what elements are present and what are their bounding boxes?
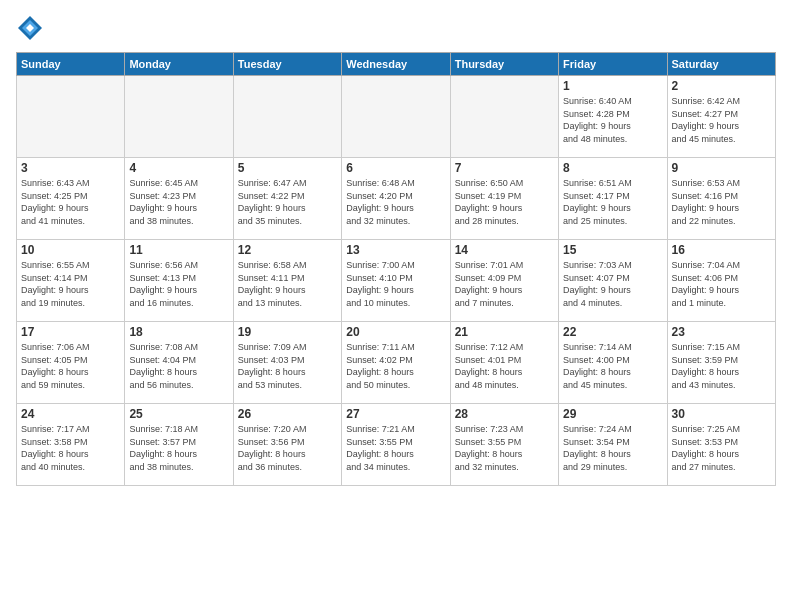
day-info: Sunrise: 6:40 AM Sunset: 4:28 PM Dayligh…	[563, 95, 662, 145]
day-info: Sunrise: 7:23 AM Sunset: 3:55 PM Dayligh…	[455, 423, 554, 473]
calendar-cell: 21Sunrise: 7:12 AM Sunset: 4:01 PM Dayli…	[450, 322, 558, 404]
day-number: 22	[563, 325, 662, 339]
calendar-cell: 4Sunrise: 6:45 AM Sunset: 4:23 PM Daylig…	[125, 158, 233, 240]
day-info: Sunrise: 7:21 AM Sunset: 3:55 PM Dayligh…	[346, 423, 445, 473]
day-number: 15	[563, 243, 662, 257]
calendar-cell: 5Sunrise: 6:47 AM Sunset: 4:22 PM Daylig…	[233, 158, 341, 240]
day-info: Sunrise: 7:12 AM Sunset: 4:01 PM Dayligh…	[455, 341, 554, 391]
day-number: 24	[21, 407, 120, 421]
calendar-cell: 11Sunrise: 6:56 AM Sunset: 4:13 PM Dayli…	[125, 240, 233, 322]
day-info: Sunrise: 6:47 AM Sunset: 4:22 PM Dayligh…	[238, 177, 337, 227]
day-info: Sunrise: 6:56 AM Sunset: 4:13 PM Dayligh…	[129, 259, 228, 309]
day-info: Sunrise: 7:04 AM Sunset: 4:06 PM Dayligh…	[672, 259, 771, 309]
logo-icon	[16, 14, 44, 42]
day-number: 11	[129, 243, 228, 257]
day-info: Sunrise: 7:11 AM Sunset: 4:02 PM Dayligh…	[346, 341, 445, 391]
calendar-cell: 26Sunrise: 7:20 AM Sunset: 3:56 PM Dayli…	[233, 404, 341, 486]
calendar-cell: 17Sunrise: 7:06 AM Sunset: 4:05 PM Dayli…	[17, 322, 125, 404]
day-number: 8	[563, 161, 662, 175]
calendar-cell: 7Sunrise: 6:50 AM Sunset: 4:19 PM Daylig…	[450, 158, 558, 240]
calendar-cell: 10Sunrise: 6:55 AM Sunset: 4:14 PM Dayli…	[17, 240, 125, 322]
calendar-cell: 23Sunrise: 7:15 AM Sunset: 3:59 PM Dayli…	[667, 322, 775, 404]
day-number: 5	[238, 161, 337, 175]
calendar-header: SundayMondayTuesdayWednesdayThursdayFrid…	[17, 53, 776, 76]
day-number: 6	[346, 161, 445, 175]
day-info: Sunrise: 6:42 AM Sunset: 4:27 PM Dayligh…	[672, 95, 771, 145]
calendar-cell: 19Sunrise: 7:09 AM Sunset: 4:03 PM Dayli…	[233, 322, 341, 404]
page: SundayMondayTuesdayWednesdayThursdayFrid…	[0, 0, 792, 612]
day-info: Sunrise: 6:51 AM Sunset: 4:17 PM Dayligh…	[563, 177, 662, 227]
day-number: 13	[346, 243, 445, 257]
calendar-cell: 1Sunrise: 6:40 AM Sunset: 4:28 PM Daylig…	[559, 76, 667, 158]
day-number: 19	[238, 325, 337, 339]
calendar-cell: 6Sunrise: 6:48 AM Sunset: 4:20 PM Daylig…	[342, 158, 450, 240]
day-info: Sunrise: 7:15 AM Sunset: 3:59 PM Dayligh…	[672, 341, 771, 391]
day-info: Sunrise: 6:53 AM Sunset: 4:16 PM Dayligh…	[672, 177, 771, 227]
day-number: 30	[672, 407, 771, 421]
week-row-4: 17Sunrise: 7:06 AM Sunset: 4:05 PM Dayli…	[17, 322, 776, 404]
calendar-table: SundayMondayTuesdayWednesdayThursdayFrid…	[16, 52, 776, 486]
weekday-header-thursday: Thursday	[450, 53, 558, 76]
day-info: Sunrise: 7:03 AM Sunset: 4:07 PM Dayligh…	[563, 259, 662, 309]
day-number: 4	[129, 161, 228, 175]
weekday-header-monday: Monday	[125, 53, 233, 76]
day-number: 18	[129, 325, 228, 339]
day-info: Sunrise: 6:45 AM Sunset: 4:23 PM Dayligh…	[129, 177, 228, 227]
day-info: Sunrise: 7:00 AM Sunset: 4:10 PM Dayligh…	[346, 259, 445, 309]
day-info: Sunrise: 7:01 AM Sunset: 4:09 PM Dayligh…	[455, 259, 554, 309]
calendar-cell: 30Sunrise: 7:25 AM Sunset: 3:53 PM Dayli…	[667, 404, 775, 486]
day-info: Sunrise: 7:08 AM Sunset: 4:04 PM Dayligh…	[129, 341, 228, 391]
weekday-header-sunday: Sunday	[17, 53, 125, 76]
day-number: 12	[238, 243, 337, 257]
calendar-body: 1Sunrise: 6:40 AM Sunset: 4:28 PM Daylig…	[17, 76, 776, 486]
calendar-cell: 12Sunrise: 6:58 AM Sunset: 4:11 PM Dayli…	[233, 240, 341, 322]
weekday-header-saturday: Saturday	[667, 53, 775, 76]
calendar-cell: 24Sunrise: 7:17 AM Sunset: 3:58 PM Dayli…	[17, 404, 125, 486]
day-info: Sunrise: 6:48 AM Sunset: 4:20 PM Dayligh…	[346, 177, 445, 227]
day-number: 10	[21, 243, 120, 257]
calendar-cell: 22Sunrise: 7:14 AM Sunset: 4:00 PM Dayli…	[559, 322, 667, 404]
calendar-cell: 25Sunrise: 7:18 AM Sunset: 3:57 PM Dayli…	[125, 404, 233, 486]
weekday-header-friday: Friday	[559, 53, 667, 76]
day-number: 27	[346, 407, 445, 421]
weekday-header-tuesday: Tuesday	[233, 53, 341, 76]
calendar-cell	[450, 76, 558, 158]
calendar-cell	[17, 76, 125, 158]
calendar-cell: 16Sunrise: 7:04 AM Sunset: 4:06 PM Dayli…	[667, 240, 775, 322]
day-number: 17	[21, 325, 120, 339]
calendar-cell: 18Sunrise: 7:08 AM Sunset: 4:04 PM Dayli…	[125, 322, 233, 404]
calendar-cell: 2Sunrise: 6:42 AM Sunset: 4:27 PM Daylig…	[667, 76, 775, 158]
day-number: 21	[455, 325, 554, 339]
calendar-cell: 8Sunrise: 6:51 AM Sunset: 4:17 PM Daylig…	[559, 158, 667, 240]
day-info: Sunrise: 7:18 AM Sunset: 3:57 PM Dayligh…	[129, 423, 228, 473]
day-number: 3	[21, 161, 120, 175]
day-info: Sunrise: 6:58 AM Sunset: 4:11 PM Dayligh…	[238, 259, 337, 309]
day-info: Sunrise: 7:20 AM Sunset: 3:56 PM Dayligh…	[238, 423, 337, 473]
day-info: Sunrise: 7:06 AM Sunset: 4:05 PM Dayligh…	[21, 341, 120, 391]
calendar-cell: 27Sunrise: 7:21 AM Sunset: 3:55 PM Dayli…	[342, 404, 450, 486]
calendar-cell	[342, 76, 450, 158]
calendar-cell: 20Sunrise: 7:11 AM Sunset: 4:02 PM Dayli…	[342, 322, 450, 404]
header	[16, 16, 776, 44]
day-number: 2	[672, 79, 771, 93]
day-info: Sunrise: 7:24 AM Sunset: 3:54 PM Dayligh…	[563, 423, 662, 473]
weekday-row: SundayMondayTuesdayWednesdayThursdayFrid…	[17, 53, 776, 76]
day-number: 9	[672, 161, 771, 175]
calendar-cell: 9Sunrise: 6:53 AM Sunset: 4:16 PM Daylig…	[667, 158, 775, 240]
day-info: Sunrise: 7:25 AM Sunset: 3:53 PM Dayligh…	[672, 423, 771, 473]
calendar-cell: 28Sunrise: 7:23 AM Sunset: 3:55 PM Dayli…	[450, 404, 558, 486]
day-number: 28	[455, 407, 554, 421]
calendar-cell: 29Sunrise: 7:24 AM Sunset: 3:54 PM Dayli…	[559, 404, 667, 486]
week-row-5: 24Sunrise: 7:17 AM Sunset: 3:58 PM Dayli…	[17, 404, 776, 486]
calendar-cell: 3Sunrise: 6:43 AM Sunset: 4:25 PM Daylig…	[17, 158, 125, 240]
calendar-cell	[125, 76, 233, 158]
day-info: Sunrise: 6:50 AM Sunset: 4:19 PM Dayligh…	[455, 177, 554, 227]
day-number: 20	[346, 325, 445, 339]
day-number: 25	[129, 407, 228, 421]
day-number: 26	[238, 407, 337, 421]
day-number: 7	[455, 161, 554, 175]
day-number: 16	[672, 243, 771, 257]
day-number: 29	[563, 407, 662, 421]
calendar-cell: 13Sunrise: 7:00 AM Sunset: 4:10 PM Dayli…	[342, 240, 450, 322]
day-info: Sunrise: 6:43 AM Sunset: 4:25 PM Dayligh…	[21, 177, 120, 227]
